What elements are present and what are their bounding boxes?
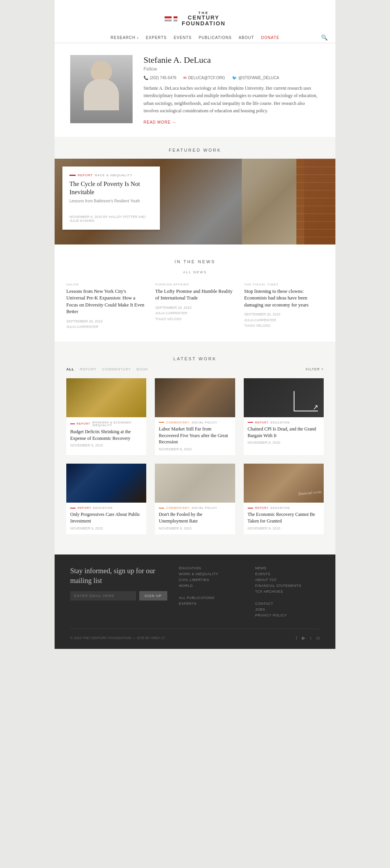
logo-org-name: CENTURYFOUNDATION (182, 15, 225, 27)
nav-links: RESEARCH ▾ EXPERTS EVENTS PUBLICATIONS A… (111, 35, 280, 40)
work-title-3: Chained CPI Is Dead, and the Grand Barga… (248, 426, 320, 439)
main-nav: RESEARCH ▾ EXPERTS EVENTS PUBLICATIONS A… (55, 32, 335, 43)
latest-section-title: LATEST WORK (66, 345, 324, 367)
footer-link-world[interactable]: WORLD (179, 584, 244, 588)
tag-bar-icon (69, 175, 76, 176)
work-grid: REPORT WORKERS & ECONOMIC INEQUALITY Bud… (66, 378, 324, 534)
work-item-2[interactable]: COMMENTARY SOCIAL POLICY Labor Market St… (155, 378, 235, 455)
facebook-icon[interactable]: f (296, 635, 297, 641)
work-tag-category-2: SOCIAL POLICY (191, 421, 217, 424)
nav-publications[interactable]: PUBLICATIONS (199, 35, 232, 40)
footer-link-jobs[interactable]: JOBS (255, 608, 320, 611)
footer-link-privacy[interactable]: PRIVACY POLICY (255, 613, 320, 617)
news-item-2[interactable]: FOREIGN AFFAIRS The Lofty Promise and Hu… (155, 283, 235, 330)
twitter-icon: 🐦 (232, 76, 237, 80)
footer-link-archives[interactable]: TCF ARCHIVES (255, 590, 320, 593)
featured-tag-category: RACE & INEQUALITY (95, 174, 133, 177)
work-tag-category-4: EDUCATION (93, 507, 113, 509)
news-title-3: Stop listening to these clowns: Economis… (244, 288, 324, 309)
work-title-2: Labor Market Still Far from Recovered Fi… (159, 426, 231, 445)
filter-tab-all[interactable]: ALL (66, 367, 74, 371)
footer-link-civil[interactable]: CIVIL LIBERTIES (179, 578, 244, 582)
footer-link-education[interactable]: EDUCATION (179, 566, 244, 570)
news-section-title: IN THE NEWS (66, 248, 324, 270)
work-tag-category-1: WORKERS & ECONOMIC INEQUALITY (92, 421, 143, 427)
news-all-link[interactable]: ALL NEWS (66, 270, 324, 274)
nav-about[interactable]: ABOUT (239, 35, 254, 40)
work-tag-bar-5 (159, 508, 164, 508)
footer-bottom: © 2015 THE CENTURY FOUNDATION — SITE BY … (70, 635, 320, 641)
footer-email-input[interactable] (70, 591, 136, 601)
featured-image-wrapper[interactable]: REPORT RACE & INEQUALITY The Cycle of Po… (55, 159, 335, 244)
phone-icon: 📞 (144, 76, 148, 80)
linkedin-icon[interactable]: in (316, 635, 320, 641)
filter-tab-book[interactable]: BOOK (136, 367, 148, 371)
footer-link-events[interactable]: EVENTS (255, 572, 320, 576)
nav-donate[interactable]: DONATE (261, 35, 280, 40)
filter-tab-report[interactable]: REPORT (80, 367, 97, 371)
news-meta-1: SEPTEMBER 20, 2015JULIA CARPENTER (66, 319, 146, 330)
featured-section-title: FEATURED WORK (55, 137, 335, 159)
work-item-1[interactable]: REPORT WORKERS & ECONOMIC INEQUALITY Bud… (66, 378, 146, 455)
work-date-2: NOVEMBER 8, 2015 (159, 447, 231, 451)
news-meta-2: SEPTEMBER 20, 2015JULIA CARPENTERTIAGO V… (155, 305, 235, 322)
latest-section: LATEST WORK ALL REPORT COMMENTARY BOOK F… (55, 342, 335, 554)
featured-subtitle: Lessons from Baltimore's Resilient Youth (69, 199, 153, 203)
featured-tag: REPORT RACE & INEQUALITY (69, 174, 153, 177)
work-content-6: REPORT EDUCATION The Economic Recovery C… (244, 503, 324, 534)
work-thumb-2 (155, 378, 235, 417)
nav-experts[interactable]: EXPERTS (146, 35, 167, 40)
footer-link-about-tcf[interactable]: ABOUT TCF (255, 578, 320, 582)
footer-link-experts[interactable]: EXPERTS (179, 602, 244, 606)
nav-research[interactable]: RESEARCH ▾ (111, 35, 139, 40)
work-date-4: NOVEMBER 9, 2015 (70, 526, 142, 530)
work-title-6: The Economic Recovery Cannot Be Taken fo… (248, 511, 320, 524)
profile-section: Stefanie A. DeLuca Fellow 📞 (202) 745-54… (55, 43, 335, 137)
email-icon: ✉ (183, 76, 186, 80)
latest-filter-bar: ALL REPORT COMMENTARY BOOK FILTER + (66, 367, 324, 371)
featured-title: The Cycle of Poverty Is Not Inevitable (69, 180, 153, 197)
work-tag-3: REPORT EDUCATION (248, 421, 320, 424)
footer-social: f ▶ t in (296, 635, 320, 641)
footer-link-news[interactable]: NEWS (255, 566, 320, 570)
logo-bar-gray-short (174, 19, 177, 21)
work-item-6[interactable]: REPORT EDUCATION The Economic Recovery C… (244, 464, 324, 534)
profile-info: Stefanie A. DeLuca Fellow 📞 (202) 745-54… (144, 55, 320, 125)
work-item-5[interactable]: COMMENTARY SOCIAL POLICY Don't Be Fooled… (155, 464, 235, 534)
work-thumb-5 (155, 464, 235, 503)
footer-signup-button[interactable]: SIGN UP (139, 591, 167, 601)
footer-link-financial[interactable]: FINANCIAL STATEMENTS (255, 584, 320, 588)
footer-link-contact[interactable]: CONTACT (255, 602, 320, 606)
filter-button[interactable]: FILTER + (306, 367, 324, 371)
youtube-icon[interactable]: ▶ (302, 635, 305, 641)
work-item-4[interactable]: REPORT EDUCATION Only Progressives Care … (66, 464, 146, 534)
footer-mailing-title: Stay informed, sign up for our mailing l… (70, 566, 167, 586)
work-tag-bar-2 (159, 422, 164, 423)
logo-bar-red-top (165, 16, 172, 18)
footer-link-work[interactable]: WORK & INEQUALITY (179, 572, 244, 576)
news-item-1[interactable]: SALON Lessons from New York City's Unive… (66, 283, 146, 330)
filter-tab-commentary[interactable]: COMMENTARY (102, 367, 131, 371)
work-thumb-6 (244, 464, 324, 503)
footer-copyright: © 2015 THE CENTURY FOUNDATION — SITE BY … (70, 636, 165, 640)
work-tag-category-5: SOCIAL POLICY (191, 507, 217, 509)
work-tag-label-1: REPORT (77, 422, 90, 425)
news-item-3[interactable]: THE FISCAL TIMES Stop listening to these… (244, 283, 324, 330)
news-title-1: Lessons from New York City's Universal P… (66, 288, 146, 315)
work-tag-category-3: EDUCATION (271, 421, 290, 424)
search-icon[interactable]: 🔍 (321, 34, 328, 41)
logo-text: THE CENTURYFOUNDATION (182, 11, 225, 27)
work-content-5: COMMENTARY SOCIAL POLICY Don't Be Fooled… (155, 503, 235, 534)
work-tag-label-5: COMMENTARY (166, 507, 190, 509)
footer-link-all-publications[interactable]: ALL PUBLICATIONS (179, 596, 244, 600)
profile-name: Stefanie A. DeLuca (144, 55, 320, 65)
twitter-icon[interactable]: t (310, 635, 311, 641)
nav-events[interactable]: EVENTS (174, 35, 191, 40)
profile-image (70, 55, 133, 123)
footer-email-row: SIGN UP (70, 591, 167, 601)
profile-phone: 📞 (202) 745-5476 (144, 76, 176, 80)
read-more-link[interactable]: READ MORE → (144, 120, 176, 124)
news-source-3: THE FISCAL TIMES (244, 283, 324, 286)
logo-bar-gray-bottom (165, 19, 172, 21)
work-item-3[interactable]: REPORT EDUCATION Chained CPI Is Dead, an… (244, 378, 324, 455)
